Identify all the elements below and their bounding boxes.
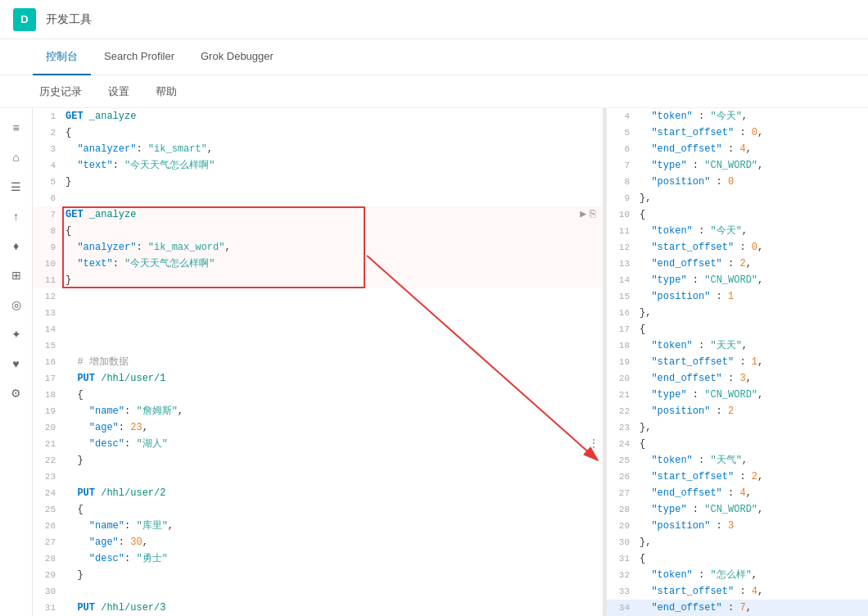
line-number: 15 (33, 337, 62, 354)
line-content: } (62, 174, 603, 190)
result-line: 23}, (607, 419, 868, 436)
result-line-content: { (636, 321, 868, 337)
result-line-content: "type" : "CN_WORD", (636, 387, 868, 403)
line-content: "analyzer": "ik_max_word", (62, 239, 603, 256)
result-line-content: { (636, 436, 868, 452)
result-line: 16}, (607, 305, 868, 321)
result-line: 30}, (607, 534, 868, 550)
tab-search-profiler[interactable]: Search Profiler (91, 39, 188, 75)
app-title: 开发工具 (46, 12, 92, 27)
editor-line-25: 25 { (33, 501, 603, 518)
editor-line-11: 11} (33, 272, 603, 288)
result-line: 28 "type" : "CN_WORD", (607, 501, 868, 518)
result-line-content: "start_offset" : 4, (636, 583, 868, 600)
copy-icon[interactable]: ⎘ (590, 206, 596, 223)
result-line-number: 23 (607, 419, 636, 436)
line-content: } (62, 272, 603, 288)
result-line-number: 6 (607, 141, 636, 157)
result-line-content: "end_offset" : 2, (636, 256, 868, 272)
line-content: "desc": "勇士" (62, 550, 603, 567)
settings-button[interactable]: 设置 (102, 81, 136, 102)
result-line-content: }, (636, 419, 868, 436)
line-content: "age": 23, (62, 419, 603, 436)
result-pane[interactable]: 4 "token" : "今天",5 "start_offset" : 0,6 … (606, 108, 868, 616)
line-content: "desc": "湖人" (62, 436, 585, 452)
sidebar-icon-upload[interactable]: ↑ (3, 203, 29, 229)
sidebar-icon-menu[interactable]: ≡ (3, 115, 29, 141)
line-number: 2 (33, 125, 62, 141)
result-line: 10{ (607, 206, 868, 223)
result-line: 17{ (607, 321, 868, 337)
result-line-number: 24 (607, 436, 636, 452)
line-number: 29 (33, 567, 62, 583)
result-line-number: 30 (607, 534, 636, 550)
line-number: 25 (33, 501, 62, 518)
line-number: 23 (33, 469, 62, 485)
result-line-number: 27 (607, 485, 636, 501)
result-line-number: 34 (607, 600, 636, 616)
line-number: 11 (33, 272, 62, 288)
editor-line-4: 4 "text": "今天天气怎么样啊" (33, 157, 603, 174)
run-icon[interactable]: ▶ (580, 206, 586, 223)
line-content: "name": "库里", (62, 518, 603, 534)
tab-console[interactable]: 控制台 (33, 39, 91, 75)
result-line-number: 16 (607, 305, 636, 321)
line-number: 27 (33, 534, 62, 550)
sidebar-icon-heart[interactable]: ♥ (3, 351, 29, 377)
result-line-content: "token" : "今天", (636, 223, 868, 239)
editor-line-1: 1GET _analyze (33, 108, 603, 125)
sidebar-icon-home[interactable]: ⌂ (3, 144, 29, 170)
result-line-content: "start_offset" : 1, (636, 354, 868, 370)
line-number: 20 (33, 419, 62, 436)
editor-line-12: 12 (33, 288, 603, 305)
sidebar-icon-gear[interactable]: ⚙ (3, 380, 29, 406)
result-line-content: "type" : "CN_WORD", (636, 272, 868, 288)
result-line: 15 "position" : 1 (607, 288, 868, 305)
result-line-number: 13 (607, 256, 636, 272)
line-number: 3 (33, 141, 62, 157)
result-line: 29 "position" : 3 (607, 518, 868, 534)
line-number: 1 (33, 108, 62, 125)
result-line-number: 4 (607, 108, 636, 125)
line-number: 31 (33, 600, 62, 616)
line-number: 6 (33, 190, 62, 206)
result-line-content: "token" : "天气", (636, 452, 868, 469)
result-line: 11 "token" : "今天", (607, 223, 868, 239)
line-number: 14 (33, 321, 62, 337)
editor-line-31: 31 PUT /hhl/user/3 (33, 600, 603, 616)
editor-line-7: 7GET _analyze▶⎘ (33, 206, 603, 223)
line-number: 19 (33, 403, 62, 419)
code-editor[interactable]: 1GET _analyze2{3 "analyzer": "ik_smart",… (33, 108, 603, 616)
editor-line-23: 23 (33, 469, 603, 485)
app-logo: D (13, 8, 36, 31)
more-options-button[interactable]: ⋮ (585, 436, 603, 452)
sidebar-icon-star[interactable]: ✦ (3, 321, 29, 347)
tab-grok-debugger[interactable]: Grok Debugger (188, 39, 287, 75)
sidebar-icon-search[interactable]: ◎ (3, 292, 29, 318)
editor-line-6: 6 (33, 190, 603, 206)
line-number: 8 (33, 223, 62, 239)
result-line: 22 "position" : 2 (607, 403, 868, 419)
sidebar-icon-grid[interactable]: ⊞ (3, 262, 29, 288)
sidebar-icon-list[interactable]: ☰ (3, 174, 29, 200)
editor-line-17: 17 PUT /hhl/user/1 (33, 370, 603, 387)
result-line-number: 10 (607, 206, 636, 223)
line-number: 24 (33, 485, 62, 501)
result-line: 27 "end_offset" : 4, (607, 485, 868, 501)
result-line: 25 "token" : "天气", (607, 452, 868, 469)
result-line-number: 12 (607, 239, 636, 256)
editor-line-8: 8{ (33, 223, 603, 239)
result-line-content: }, (636, 305, 868, 321)
editor-line-19: 19 "name": "詹姆斯", (33, 403, 603, 419)
line-content: GET _analyze (62, 108, 603, 125)
editor-line-13: 13 (33, 305, 603, 321)
history-button[interactable]: 历史记录 (33, 81, 88, 102)
result-line-content: "token" : "天天", (636, 337, 868, 354)
line-number: 4 (33, 157, 62, 174)
result-line-content: "end_offset" : 4, (636, 485, 868, 501)
help-button[interactable]: 帮助 (149, 81, 183, 102)
result-line-content: }, (636, 190, 868, 206)
sidebar-icon-user[interactable]: ♦ (3, 233, 29, 259)
result-line-content: { (636, 206, 868, 223)
line-content: "analyzer": "ik_smart", (62, 141, 603, 157)
